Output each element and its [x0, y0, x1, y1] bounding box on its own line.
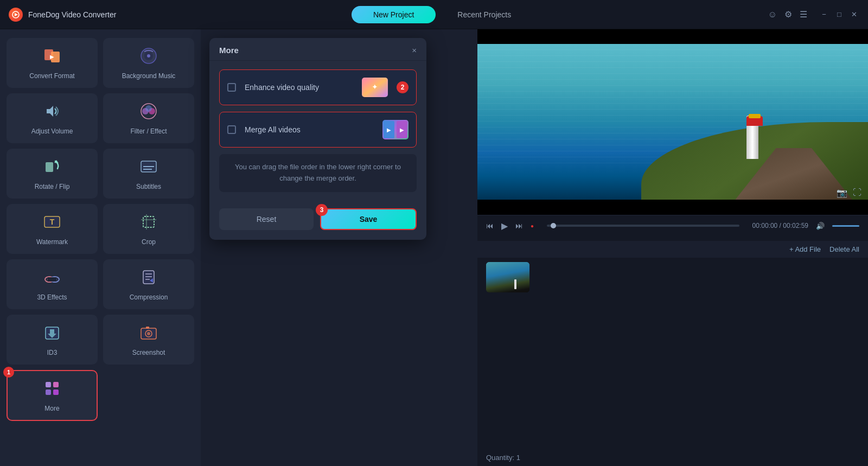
screenshot-icon [139, 323, 158, 345]
maximize-icon[interactable]: □ [834, 10, 844, 20]
3d-effects-icon [42, 267, 62, 290]
user-icon[interactable]: ☺ [768, 10, 777, 20]
filter-effect-icon [139, 101, 158, 124]
recent-projects-tab[interactable]: Recent Projects [436, 6, 533, 23]
tool-id3-label: ID3 [47, 349, 58, 356]
enhance-preview: ✦ [362, 78, 388, 97]
merge-videos-checkbox[interactable] [227, 125, 236, 134]
tool-background-music-label: Background Music [122, 72, 176, 80]
video-controls: ⏮ ▶ ⏭ ● 00:00:00 / 00:02:59 🔊 [477, 215, 868, 241]
time-display: 00:00:00 / 00:02:59 [752, 222, 808, 229]
settings-icon[interactable]: ⚙ [784, 9, 792, 20]
svg-rect-39 [46, 390, 51, 395]
reset-button[interactable]: Reset [219, 208, 314, 230]
file-thumbnail-1[interactable] [486, 262, 529, 292]
skip-forward-icon[interactable]: ⏭ [515, 221, 523, 230]
app-logo [9, 8, 23, 22]
tool-more-label: More [44, 405, 59, 412]
video-preview: 📷 ⛶ [477, 29, 868, 215]
video-fullscreen-icon[interactable]: ⛶ [853, 188, 861, 198]
modal-note: You can drag the file order in the lower… [219, 154, 417, 192]
tool-filter-effect[interactable]: Filter / Effect [103, 93, 194, 143]
svg-rect-36 [146, 327, 149, 329]
new-project-tab[interactable]: New Project [352, 6, 436, 23]
modal-footer: Reset 3 Save [209, 201, 426, 240]
convert-format-icon: ▶ [42, 46, 62, 68]
modal-close-button[interactable]: × [412, 46, 417, 55]
svg-text:✦: ✦ [372, 82, 378, 91]
add-file-button[interactable]: + Add File [789, 245, 821, 253]
sidebar: ▶ Convert Format Background Music [0, 29, 201, 466]
minimize-icon[interactable]: − [819, 10, 829, 20]
modal-title: More [219, 46, 239, 55]
progress-dot [551, 223, 556, 228]
svg-point-7 [147, 54, 150, 58]
svg-point-11 [145, 105, 152, 112]
tool-compression[interactable]: Compression [103, 259, 194, 309]
tool-screenshot[interactable]: Screenshot [103, 315, 194, 365]
video-screenshot-icon[interactable]: 📷 [837, 188, 847, 198]
modal-header: More × [209, 38, 426, 61]
save-badge: 3 [316, 204, 328, 216]
play-icon[interactable]: ▶ [501, 221, 508, 231]
titlebar-right: ☺ ⚙ ☰ − □ ✕ [768, 9, 859, 20]
id3-icon [42, 323, 62, 345]
svg-marker-1 [15, 13, 18, 16]
modal-body: Enhance video quality [209, 61, 426, 201]
tool-screenshot-label: Screenshot [132, 349, 165, 356]
svg-point-35 [147, 332, 150, 335]
tool-adjust-volume[interactable]: Adjust Volume [7, 93, 98, 143]
center-panel: More × Enhance video quality [201, 29, 477, 466]
menu-icon[interactable]: ☰ [800, 9, 807, 20]
enhance-video-checkbox[interactable] [227, 83, 236, 92]
enhance-video-option: Enhance video quality [219, 69, 417, 105]
svg-text:▶: ▶ [50, 54, 54, 60]
tool-convert-format[interactable]: ▶ Convert Format [7, 38, 98, 88]
record-icon[interactable]: ● [531, 223, 534, 229]
tool-crop[interactable]: Crop [103, 204, 194, 254]
playback-controls: ⏮ ▶ ⏭ ● 00:00:00 / 00:02:59 🔊 [486, 221, 859, 231]
main-layout: ▶ Convert Format Background Music [0, 29, 868, 466]
tool-rotate-flip[interactable]: Rotate / Flip [7, 149, 98, 199]
tool-background-music[interactable]: Background Music [103, 38, 194, 88]
progress-bar[interactable] [547, 225, 739, 227]
delete-all-button[interactable]: Delete All [829, 245, 859, 253]
tool-convert-format-label: Convert Format [29, 72, 74, 80]
tool-filter-effect-label: Filter / Effect [130, 127, 167, 135]
svg-text:▶: ▶ [387, 127, 391, 133]
files-quantity: Quantity: 1 [477, 451, 868, 466]
save-button[interactable]: 3 Save [320, 208, 417, 230]
svg-rect-12 [46, 162, 53, 172]
skip-back-icon[interactable]: ⏮ [486, 221, 494, 230]
volume-icon[interactable]: 🔊 [816, 222, 825, 230]
tool-more[interactable]: 1 More [7, 370, 98, 421]
tool-3d-effects[interactable]: 3D Effects [7, 259, 98, 309]
merge-videos-option: Merge All videos ▶ ▶ [219, 112, 417, 148]
rotate-flip-icon [42, 157, 62, 179]
tool-subtitles-label: Subtitles [136, 183, 161, 190]
modal-overlay: More × Enhance video quality [201, 29, 477, 466]
tool-id3[interactable]: ID3 [7, 315, 98, 365]
tool-watermark-label: Watermark [36, 238, 68, 246]
tool-watermark[interactable]: T Watermark [7, 204, 98, 254]
svg-rect-26 [48, 277, 56, 282]
merge-videos-label: Merge All videos [245, 125, 374, 134]
crop-icon [139, 212, 158, 234]
watermark-icon: T [42, 212, 62, 234]
volume-bar[interactable] [832, 225, 859, 227]
tool-adjust-volume-label: Adjust Volume [31, 127, 73, 135]
tool-subtitles[interactable]: Subtitles [103, 149, 194, 199]
badge-2: 2 [397, 81, 409, 93]
svg-rect-37 [46, 382, 51, 387]
file-actions: + Add File Delete All [477, 241, 868, 258]
more-badge: 1 [3, 367, 14, 378]
close-icon[interactable]: ✕ [850, 10, 859, 20]
svg-text:T: T [50, 218, 55, 226]
svg-rect-19 [143, 216, 154, 227]
app-title: FoneDog Video Converter [28, 10, 116, 19]
svg-text:▶: ▶ [400, 127, 404, 133]
background-music-icon [139, 46, 158, 68]
compression-icon [139, 267, 158, 290]
enhance-video-label: Enhance video quality [245, 83, 353, 92]
tool-compression-label: Compression [130, 293, 168, 301]
